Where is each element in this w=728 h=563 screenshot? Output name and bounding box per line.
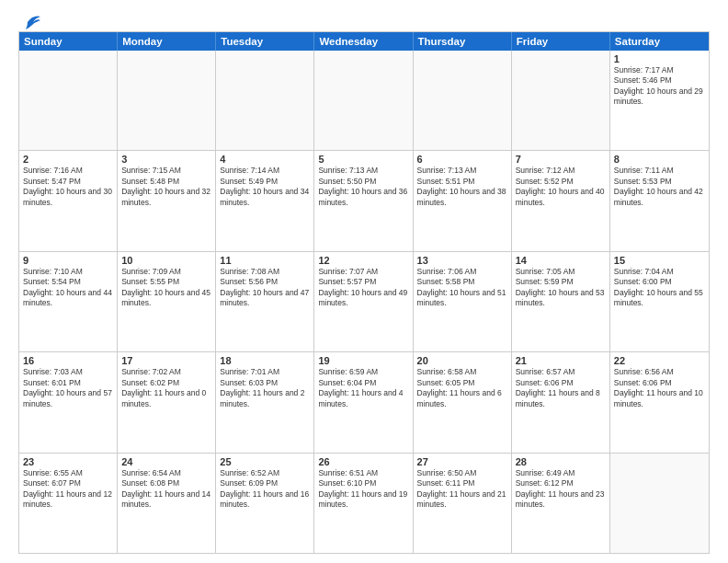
page: SundayMondayTuesdayWednesdayThursdayFrid… bbox=[0, 0, 728, 563]
calendar-cell: 13Sunrise: 7:06 AM Sunset: 5:58 PM Dayli… bbox=[414, 252, 512, 351]
day-number: 10 bbox=[121, 255, 211, 266]
day-number: 22 bbox=[614, 355, 705, 366]
day-number: 16 bbox=[23, 355, 113, 366]
day-info: Sunrise: 6:57 AM Sunset: 6:06 PM Dayligh… bbox=[516, 367, 606, 409]
day-number: 18 bbox=[220, 355, 310, 366]
calendar-cell: 11Sunrise: 7:08 AM Sunset: 5:56 PM Dayli… bbox=[216, 252, 314, 351]
calendar-cell: 15Sunrise: 7:04 AM Sunset: 6:00 PM Dayli… bbox=[610, 252, 709, 351]
day-info: Sunrise: 6:55 AM Sunset: 6:07 PM Dayligh… bbox=[23, 468, 113, 511]
calendar-cell: 7Sunrise: 7:12 AM Sunset: 5:52 PM Daylig… bbox=[512, 151, 610, 250]
calendar-cell bbox=[610, 454, 709, 553]
day-number: 3 bbox=[121, 154, 211, 165]
calendar-cell: 10Sunrise: 7:09 AM Sunset: 5:55 PM Dayli… bbox=[118, 252, 216, 351]
day-info: Sunrise: 7:09 AM Sunset: 5:55 PM Dayligh… bbox=[121, 267, 211, 309]
day-info: Sunrise: 7:13 AM Sunset: 5:50 PM Dayligh… bbox=[318, 166, 408, 208]
calendar-cell: 22Sunrise: 6:56 AM Sunset: 6:06 PM Dayli… bbox=[610, 352, 709, 452]
weekday-header: Thursday bbox=[414, 32, 512, 51]
calendar-cell: 16Sunrise: 7:03 AM Sunset: 6:01 PM Dayli… bbox=[19, 352, 118, 452]
calendar-cell: 3Sunrise: 7:15 AM Sunset: 5:48 PM Daylig… bbox=[118, 151, 216, 250]
calendar-row: 23Sunrise: 6:55 AM Sunset: 6:07 PM Dayli… bbox=[19, 453, 709, 553]
calendar-cell: 23Sunrise: 6:55 AM Sunset: 6:07 PM Dayli… bbox=[19, 454, 118, 553]
calendar-cell: 5Sunrise: 7:13 AM Sunset: 5:50 PM Daylig… bbox=[314, 151, 413, 250]
weekday-header: Sunday bbox=[19, 32, 118, 51]
day-info: Sunrise: 6:49 AM Sunset: 6:12 PM Dayligh… bbox=[516, 468, 606, 511]
day-number: 4 bbox=[220, 154, 310, 165]
calendar-row: 9Sunrise: 7:10 AM Sunset: 5:54 PM Daylig… bbox=[19, 251, 709, 351]
day-number: 5 bbox=[318, 154, 408, 165]
day-info: Sunrise: 7:06 AM Sunset: 5:58 PM Dayligh… bbox=[417, 267, 507, 309]
calendar-cell bbox=[414, 51, 512, 150]
day-info: Sunrise: 7:11 AM Sunset: 5:53 PM Dayligh… bbox=[614, 166, 705, 208]
weekday-header: Tuesday bbox=[216, 32, 314, 51]
day-number: 8 bbox=[614, 154, 705, 165]
day-info: Sunrise: 7:13 AM Sunset: 5:51 PM Dayligh… bbox=[417, 166, 507, 208]
calendar-body: 1Sunrise: 7:17 AM Sunset: 5:46 PM Daylig… bbox=[19, 51, 709, 553]
day-info: Sunrise: 7:14 AM Sunset: 5:49 PM Dayligh… bbox=[220, 166, 310, 208]
day-info: Sunrise: 7:04 AM Sunset: 6:00 PM Dayligh… bbox=[614, 267, 705, 309]
calendar-cell: 18Sunrise: 7:01 AM Sunset: 6:03 PM Dayli… bbox=[216, 352, 314, 452]
calendar-header: SundayMondayTuesdayWednesdayThursdayFrid… bbox=[19, 32, 709, 51]
calendar-cell: 25Sunrise: 6:52 AM Sunset: 6:09 PM Dayli… bbox=[216, 454, 314, 553]
day-number: 23 bbox=[23, 456, 113, 467]
day-number: 11 bbox=[220, 255, 310, 266]
day-number: 7 bbox=[516, 154, 606, 165]
calendar-cell bbox=[19, 51, 118, 150]
day-info: Sunrise: 7:15 AM Sunset: 5:48 PM Dayligh… bbox=[121, 166, 211, 208]
day-info: Sunrise: 7:03 AM Sunset: 6:01 PM Dayligh… bbox=[23, 367, 113, 409]
calendar-cell bbox=[118, 51, 216, 150]
day-number: 15 bbox=[614, 255, 705, 266]
calendar-cell: 28Sunrise: 6:49 AM Sunset: 6:12 PM Dayli… bbox=[512, 454, 610, 553]
logo-bird-icon bbox=[20, 13, 40, 29]
calendar-cell: 2Sunrise: 7:16 AM Sunset: 5:47 PM Daylig… bbox=[19, 151, 118, 250]
day-number: 13 bbox=[417, 255, 507, 266]
day-info: Sunrise: 7:05 AM Sunset: 5:59 PM Dayligh… bbox=[516, 267, 606, 309]
weekday-header: Wednesday bbox=[314, 32, 413, 51]
day-info: Sunrise: 6:58 AM Sunset: 6:05 PM Dayligh… bbox=[417, 367, 507, 409]
calendar: SundayMondayTuesdayWednesdayThursdayFrid… bbox=[18, 31, 710, 554]
weekday-header: Monday bbox=[118, 32, 216, 51]
calendar-cell: 6Sunrise: 7:13 AM Sunset: 5:51 PM Daylig… bbox=[414, 151, 512, 250]
calendar-cell: 21Sunrise: 6:57 AM Sunset: 6:06 PM Dayli… bbox=[512, 352, 610, 452]
day-number: 26 bbox=[318, 456, 408, 467]
day-info: Sunrise: 7:12 AM Sunset: 5:52 PM Dayligh… bbox=[516, 166, 606, 208]
day-info: Sunrise: 7:08 AM Sunset: 5:56 PM Dayligh… bbox=[220, 267, 310, 309]
day-info: Sunrise: 6:54 AM Sunset: 6:08 PM Dayligh… bbox=[121, 468, 211, 511]
calendar-cell: 17Sunrise: 7:02 AM Sunset: 6:02 PM Dayli… bbox=[118, 352, 216, 452]
day-info: Sunrise: 7:17 AM Sunset: 5:46 PM Dayligh… bbox=[614, 65, 705, 108]
day-info: Sunrise: 6:59 AM Sunset: 6:04 PM Dayligh… bbox=[318, 367, 408, 409]
day-number: 27 bbox=[417, 456, 507, 467]
day-info: Sunrise: 6:50 AM Sunset: 6:11 PM Dayligh… bbox=[417, 468, 507, 511]
calendar-cell bbox=[314, 51, 413, 150]
day-number: 14 bbox=[516, 255, 606, 266]
day-number: 21 bbox=[516, 355, 606, 366]
calendar-cell: 14Sunrise: 7:05 AM Sunset: 5:59 PM Dayli… bbox=[512, 252, 610, 351]
day-info: Sunrise: 7:07 AM Sunset: 5:57 PM Dayligh… bbox=[318, 267, 408, 309]
day-number: 2 bbox=[23, 154, 113, 165]
day-number: 12 bbox=[318, 255, 408, 266]
day-number: 6 bbox=[417, 154, 507, 165]
calendar-cell bbox=[216, 51, 314, 150]
day-number: 25 bbox=[220, 456, 310, 467]
calendar-cell: 24Sunrise: 6:54 AM Sunset: 6:08 PM Dayli… bbox=[118, 454, 216, 553]
day-info: Sunrise: 6:52 AM Sunset: 6:09 PM Dayligh… bbox=[220, 468, 310, 511]
day-info: Sunrise: 6:56 AM Sunset: 6:06 PM Dayligh… bbox=[614, 367, 705, 409]
calendar-cell: 8Sunrise: 7:11 AM Sunset: 5:53 PM Daylig… bbox=[610, 151, 709, 250]
day-info: Sunrise: 7:10 AM Sunset: 5:54 PM Dayligh… bbox=[23, 267, 113, 309]
day-number: 19 bbox=[318, 355, 408, 366]
day-number: 17 bbox=[121, 355, 211, 366]
calendar-cell: 19Sunrise: 6:59 AM Sunset: 6:04 PM Dayli… bbox=[314, 352, 413, 452]
day-info: Sunrise: 7:02 AM Sunset: 6:02 PM Dayligh… bbox=[121, 367, 211, 409]
logo bbox=[18, 17, 40, 26]
day-number: 1 bbox=[614, 53, 705, 64]
calendar-cell: 12Sunrise: 7:07 AM Sunset: 5:57 PM Dayli… bbox=[314, 252, 413, 351]
calendar-cell: 4Sunrise: 7:14 AM Sunset: 5:49 PM Daylig… bbox=[216, 151, 314, 250]
weekday-header: Friday bbox=[512, 32, 610, 51]
calendar-cell bbox=[512, 51, 610, 150]
day-number: 24 bbox=[121, 456, 211, 467]
calendar-cell: 27Sunrise: 6:50 AM Sunset: 6:11 PM Dayli… bbox=[414, 454, 512, 553]
weekday-header: Saturday bbox=[610, 32, 709, 51]
day-number: 20 bbox=[417, 355, 507, 366]
header bbox=[18, 17, 710, 26]
day-info: Sunrise: 6:51 AM Sunset: 6:10 PM Dayligh… bbox=[318, 468, 408, 511]
calendar-cell: 1Sunrise: 7:17 AM Sunset: 5:46 PM Daylig… bbox=[610, 51, 709, 150]
